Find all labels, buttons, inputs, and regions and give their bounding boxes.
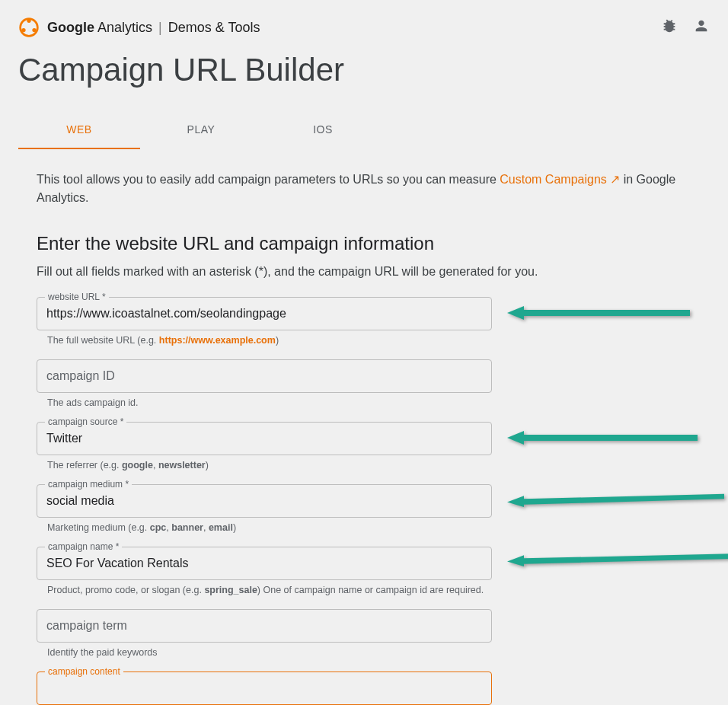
campaign-term-input[interactable] [37,610,491,642]
section-subtext: Fill out all fields marked with an aster… [37,265,691,279]
brand-section: Demos & Tools [168,20,260,36]
section-heading: Enter the website URL and campaign infor… [37,233,691,254]
campaign-source-label: campaign source * [45,416,126,427]
brand-divider: | [158,20,162,36]
svg-marker-5 [507,431,698,445]
website-url-field-wrap: website URL * [37,297,492,330]
svg-marker-6 [507,494,724,507]
person-icon[interactable] [693,18,710,37]
campaign-source-input[interactable] [37,423,491,455]
intro-part1: This tool allows you to easily add campa… [37,173,500,186]
arrow-icon [507,493,724,507]
intro-text: This tool allows you to easily add campa… [37,171,691,207]
brand-google: Google [47,20,94,35]
app-header: Google Analytics | Demos & Tools [0,0,728,46]
campaign-medium-field-wrap: campaign medium * [37,484,492,518]
campaign-id-input[interactable] [37,360,491,392]
content: This tool allows you to easily add campa… [0,149,728,705]
campaign-term-field-wrap [37,609,492,643]
campaign-medium-label: campaign medium * [45,479,132,490]
tab-play[interactable]: PLAY [140,111,262,149]
campaign-content-label: campaign content [45,666,123,677]
campaign-id-field-wrap [37,359,492,393]
arrow-icon [507,431,698,445]
svg-point-1 [27,19,30,23]
svg-marker-4 [507,306,690,320]
svg-point-3 [32,28,36,32]
svg-marker-7 [507,553,728,566]
campaign-content-field-wrap: campaign content [37,672,492,705]
campaign-name-label: campaign name * [45,541,122,552]
tab-ios[interactable]: IOS [262,111,384,149]
bug-icon[interactable] [661,18,678,37]
tab-web[interactable]: WEB [18,111,140,149]
custom-campaigns-link[interactable]: Custom Campaigns ↗ [500,173,620,186]
example-url-link[interactable]: https://www.example.com [159,335,276,346]
brand-text: Google Analytics | Demos & Tools [47,20,260,36]
header-left: Google Analytics | Demos & Tools [18,17,260,38]
brand-analytics: Analytics [94,20,152,35]
campaign-medium-input[interactable] [37,485,491,517]
arrow-icon [507,306,690,320]
campaign-name-input[interactable] [37,547,491,579]
campaign-name-helper: Product, promo code, or slogan (e.g. spr… [37,580,492,609]
svg-point-2 [21,28,25,32]
website-url-input[interactable] [37,298,491,330]
campaign-source-field-wrap: campaign source * [37,422,492,455]
tabs: WEB PLAY IOS [0,111,728,149]
website-url-helper: The full website URL (e.g. https://www.e… [37,330,492,359]
header-right [661,18,710,37]
page-title: Campaign URL Builder [0,46,728,111]
website-url-label: website URL * [45,292,109,302]
arrow-icon [507,553,728,566]
campaign-name-field-wrap: campaign name * [37,547,492,580]
campaign-content-input[interactable] [37,672,491,704]
open-in-new-icon: ↗ [610,173,620,186]
ga-logo-icon [18,17,40,38]
